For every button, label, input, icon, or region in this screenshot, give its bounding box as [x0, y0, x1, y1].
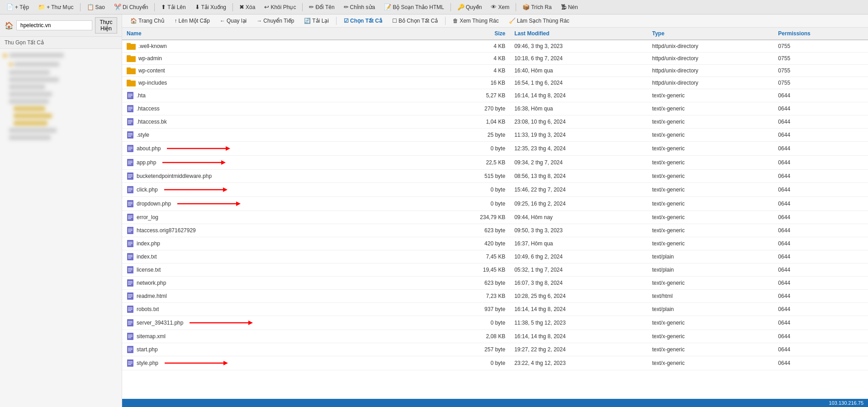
file-type: text/x-generic [648, 102, 774, 115]
chuyen-tiep-nav-button[interactable]: → Chuyển Tiếp [252, 16, 299, 25]
file-name-cell: readme.html [127, 292, 427, 300]
table-row[interactable]: .htaccess 270 byte 16:38, Hôm qua text/x… [122, 102, 868, 115]
di-chuyen-button[interactable]: ✂️ Di Chuyển [110, 2, 152, 12]
col-type[interactable]: Type [648, 28, 774, 40]
file-icon [127, 359, 134, 367]
file-name: .well-known [138, 43, 167, 49]
nen-button[interactable]: 🗜 Nén [557, 2, 582, 12]
sidebar-tree: ▶ ■ [0, 49, 122, 407]
file-name: .hta [137, 92, 146, 99]
xem-thung-rac-nav-button[interactable]: 🗑 Xem Thùng Rác [448, 16, 503, 25]
file-modified: 16:14, 14 thg 8, 2024 [510, 330, 648, 343]
table-row[interactable]: style.php 0 byte 23:22, 4 thg 12, 2023 t… [122, 356, 868, 370]
table-row[interactable]: sitemap.xml 2,08 KB 16:14, 14 thg 8, 202… [122, 330, 868, 343]
col-name[interactable]: Name [122, 28, 432, 40]
table-row[interactable]: dropdown.php 0 byte 09:25, 16 thg 2, 202… [122, 197, 868, 211]
svg-marker-103 [223, 361, 228, 365]
table-row[interactable]: click.php 0 byte 15:46, 22 thg 7, 2024 t… [122, 183, 868, 197]
lam-sach-thung-rac-nav-button[interactable]: 🧹 Làm Sạch Thùng Rác [504, 16, 574, 25]
table-row[interactable]: robots.txt 937 byte 16:14, 14 thg 8, 202… [122, 303, 868, 316]
file-modified: 10:49, 6 thg 2, 2024 [510, 250, 648, 263]
domain-input[interactable] [16, 20, 92, 30]
file-name-cell: wp-includes [127, 79, 427, 86]
collapse-all-button[interactable]: Thu Gọn Tất Cả [0, 37, 122, 49]
table-row[interactable]: .style 25 byte 11:33, 19 thg 3, 2024 tex… [122, 129, 868, 142]
chinh-sua-button[interactable]: ✏ Chỉnh sửa [340, 2, 379, 12]
table-row[interactable]: wp-admin 4 KB 10:18, 6 thg 7, 2024 httpd… [122, 53, 868, 65]
file-name: .htaccess.bk [137, 119, 167, 125]
file-perms: 0644 [773, 224, 868, 237]
table-row[interactable]: start.php 257 byte 19:27, 22 thg 2, 2024… [122, 343, 868, 356]
file-type: text/x-generic [648, 211, 774, 224]
file-type: text/x-generic [648, 237, 774, 250]
view-icon: 👁 [491, 4, 497, 10]
khoi-phuc-button[interactable]: ↩ Khôi Phục [261, 2, 299, 12]
xoa-button[interactable]: ✖ Xóa [236, 2, 259, 12]
file-name: .style [137, 132, 149, 138]
file-modified: 19:27, 22 thg 2, 2024 [510, 343, 648, 356]
file-name-cell: robots.txt [127, 305, 427, 313]
file-perms: 0644 [773, 197, 868, 211]
svg-rect-5 [127, 67, 131, 69]
col-modified[interactable]: Last Modified [510, 28, 648, 40]
table-row[interactable]: .htaccess.bk 1,04 KB 23:08, 10 thg 6, 20… [122, 115, 868, 129]
trash-icon: 🗑 [453, 18, 458, 24]
table-row[interactable]: app.php 22,5 KB 09:34, 2 thg 7, 2024 tex… [122, 156, 868, 170]
tai-lai-nav-button[interactable]: 🔄 Tải Lại [299, 16, 333, 25]
table-row[interactable]: server_394311.php 0 byte 11:38, 5 thg 12… [122, 316, 868, 330]
file-size: 4 KB [432, 65, 510, 77]
table-row[interactable]: about.php 0 byte 12:35, 23 thg 4, 2024 t… [122, 142, 868, 156]
svg-marker-35 [221, 160, 226, 165]
ip-address: 103.130.216.75 [829, 400, 863, 406]
table-row[interactable]: bucketendpointmiddleware.php 515 byte 08… [122, 170, 868, 183]
xem-button[interactable]: 👁 Xem [487, 2, 513, 12]
table-row[interactable]: network.php 623 byte 16:07, 3 thg 8, 202… [122, 277, 868, 290]
table-row[interactable]: error_log 234,79 KB 09:44, Hôm nay text/… [122, 211, 868, 224]
file-type: text/x-generic [648, 197, 774, 211]
file-name-cell: .style [127, 131, 427, 139]
trich-ra-button[interactable]: 📦 Trích Ra [519, 2, 555, 12]
thu-muc-button[interactable]: 📁 + Thư Mục [34, 2, 77, 12]
bo-soan-thao-html-button[interactable]: 📝 Bộ Soạn Thảo HTML [380, 2, 447, 12]
trang-chu-nav-button[interactable]: 🏠 Trang Chủ [126, 16, 169, 25]
col-size[interactable]: Size [432, 28, 510, 40]
len-mot-cap-nav-button[interactable]: ↑ Lên Một Cấp [170, 16, 214, 25]
table-row[interactable]: index.txt 7,45 KB 10:49, 6 thg 2, 2024 t… [122, 250, 868, 263]
file-type: httpd/unix-directory [648, 65, 774, 77]
file-icon [127, 305, 134, 313]
file-size: 257 byte [432, 343, 510, 356]
table-row[interactable]: index.php 420 byte 16:37, Hôm qua text/x… [122, 237, 868, 250]
main-container: 🏠 Thực Hiện Thu Gọn Tất Cả ▶ ■ [0, 14, 868, 407]
file-name: wp-content [138, 67, 165, 74]
file-table: Name Size Last Modified Type Permissions… [122, 28, 868, 370]
bo-chon-tat-ca-nav-button[interactable]: ☐ Bỏ Chọn Tất Cả [388, 16, 442, 25]
file-size: 4 KB [432, 53, 510, 65]
col-permissions[interactable]: Permissions [773, 28, 868, 40]
quyen-button[interactable]: 🔑 Quyền [454, 2, 486, 12]
svg-marker-45 [223, 187, 228, 192]
up-icon: ↑ [175, 18, 177, 24]
chon-tat-ca-nav-button[interactable]: ☑ Chọn Tất Cả [339, 16, 387, 25]
file-modified: 11:33, 19 thg 3, 2024 [510, 129, 648, 142]
tai-xuong-button[interactable]: ⬇ Tải Xuống [191, 2, 230, 12]
tai-len-button[interactable]: ⬆ Tải Lên [157, 2, 189, 12]
table-row[interactable]: wp-content 4 KB 16:40, Hôm qua httpd/uni… [122, 65, 868, 77]
thuc-hien-button[interactable]: Thực Hiện [95, 17, 117, 34]
edit-icon: ✏ [344, 4, 349, 10]
sao-button[interactable]: 📋 Sao [83, 2, 109, 12]
file-type: httpd/unix-directory [648, 53, 774, 65]
table-row[interactable]: htaccess.orig871627929 623 byte 09:50, 3… [122, 224, 868, 237]
table-row[interactable]: .hta 5,27 KB 16:14, 14 thg 8, 2024 text/… [122, 89, 868, 102]
status-bar: 103.130.216.75 [122, 399, 868, 407]
table-row[interactable]: readme.html 7,23 KB 10:28, 25 thg 6, 202… [122, 290, 868, 303]
quay-lai-nav-button[interactable]: ← Quay lại [215, 16, 251, 25]
file-name-cell: .htaccess [127, 105, 427, 113]
file-icon [127, 91, 134, 100]
table-row[interactable]: wp-includes 16 KB 16:54, 1 thg 6, 2024 h… [122, 77, 868, 89]
table-row[interactable]: license.txt 19,45 KB 05:32, 1 thg 7, 202… [122, 263, 868, 277]
file-icon [127, 105, 134, 113]
file-modified: 16:14, 14 thg 8, 2024 [510, 303, 648, 316]
doi-ten-button[interactable]: ✏ Đổi Tên [305, 2, 338, 12]
table-row[interactable]: .well-known 4 KB 09:46, 3 thg 3, 2023 ht… [122, 40, 868, 53]
tep-button[interactable]: 📄 + Tệp [3, 2, 33, 12]
